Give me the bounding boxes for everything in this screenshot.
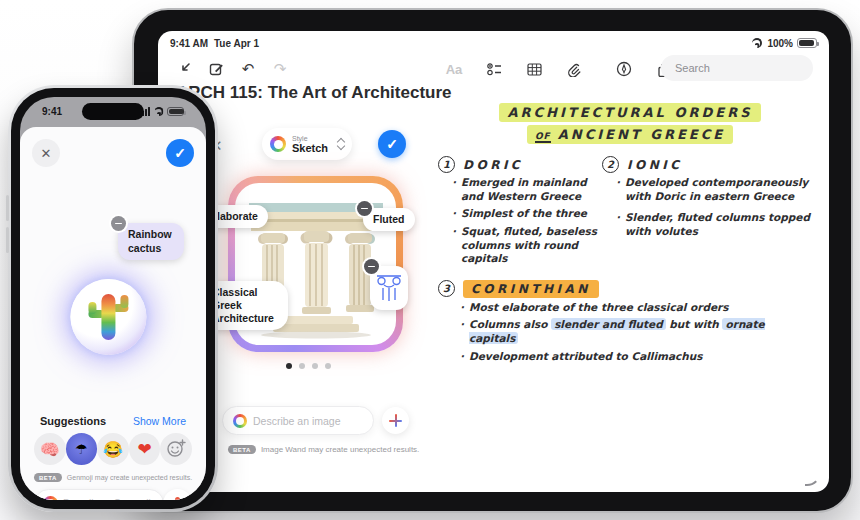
- ipad-status-bar: 9:41 AMTue Apr 1 100%: [170, 35, 817, 51]
- ipad-device: 9:41 AMTue Apr 1 100% ↶: [132, 8, 853, 513]
- notes-heading-2: OFANCIENT GREECE: [434, 127, 826, 142]
- brain-emoji[interactable]: 🧠: [34, 433, 66, 465]
- style-label: Style: [292, 135, 332, 142]
- plus-icon: [389, 414, 402, 427]
- iphone-screen: 9:41 ✕ ✓: [20, 97, 206, 500]
- remove-tag-icon[interactable]: [357, 201, 372, 216]
- section-doric: 1 DORIC ·Emerged in mainland and Western…: [434, 156, 602, 270]
- person-icon: [172, 497, 184, 500]
- volume-up-button: [6, 195, 9, 221]
- volume-down-button: [6, 227, 9, 253]
- status-time: 9:41 AM: [170, 38, 208, 49]
- status-date: Tue Apr 1: [214, 38, 259, 49]
- note-bullet: Emerged in mainland and Western Greece: [461, 176, 602, 203]
- notes-heading-1: ARCHITECTURAL ORDERS: [434, 105, 826, 120]
- checklist-icon[interactable]: [480, 56, 508, 82]
- undo-icon[interactable]: ↶: [234, 56, 262, 82]
- rainbow-cactus-genmoji: [88, 294, 128, 340]
- heart-emoji[interactable]: ❤: [129, 433, 161, 465]
- marketing-composite: 9:41 AMTue Apr 1 100% ↶: [0, 0, 860, 520]
- remove-tag-icon[interactable]: [364, 259, 379, 274]
- note-bullet: Columns also slender and fluted but with…: [469, 318, 798, 345]
- genmoji-bubble: [70, 279, 146, 355]
- suggestion-emojis: 🧠 ☂ 😂 ❤: [34, 433, 192, 465]
- note-bullet: Simplest of the three: [461, 207, 587, 221]
- image-wand-beta-note: BETA Image Wand may create unexpected re…: [228, 445, 419, 454]
- tag-capital-sketch[interactable]: [370, 266, 408, 310]
- column-capital-sketch-icon: [375, 272, 403, 304]
- chevron-up-down-icon: [338, 139, 344, 149]
- describe-image-field[interactable]: [222, 406, 374, 435]
- battery-percent: 100%: [767, 38, 793, 49]
- circled-number: 1: [438, 156, 455, 173]
- iphone-device: 9:41 ✕ ✓: [8, 85, 218, 512]
- search-field[interactable]: [661, 55, 813, 81]
- battery-icon: [797, 38, 817, 48]
- beta-text: Image Wand may create unexpected results…: [261, 445, 419, 454]
- accept-genmoji-button[interactable]: ✓: [166, 139, 194, 167]
- new-genmoji-icon[interactable]: [160, 433, 192, 465]
- tag-rainbow-cactus[interactable]: Rainbow cactus: [118, 223, 184, 260]
- tag-fluted-label: Fluted: [373, 213, 405, 225]
- section-title: DORIC: [463, 158, 523, 172]
- beta-badge: BETA: [228, 445, 256, 454]
- genmoji-sheet: ✕ ✓ Rainbow cactus: [20, 127, 206, 500]
- battery-icon: [167, 107, 184, 116]
- wifi-icon: [750, 38, 763, 48]
- show-more-link[interactable]: Show More: [133, 415, 186, 427]
- status-time-date: 9:41 AMTue Apr 1: [170, 38, 265, 49]
- note-title: ARCH 115: The Art of Architecture: [176, 83, 452, 103]
- section-corinthian: 3 CORINTHIAN ·Most elaborate of the thre…: [434, 280, 826, 364]
- beta-badge: BETA: [34, 473, 62, 482]
- notes-toolbar: ↶ ↷ Aa: [168, 53, 819, 85]
- ipad-screen: 9:41 AMTue Apr 1 100% ↶: [158, 31, 829, 492]
- describe-genmoji-input[interactable]: [63, 498, 155, 500]
- joy-emoji[interactable]: 😂: [97, 433, 129, 465]
- personalize-button[interactable]: [163, 489, 192, 500]
- handwritten-notes: ARCHITECTURAL ORDERS OFANCIENT GREECE 1 …: [434, 105, 826, 367]
- tag-fluted[interactable]: Fluted: [363, 208, 415, 231]
- search-input[interactable]: [675, 62, 817, 74]
- note-bullet: Squat, fluted, baseless columns with rou…: [461, 225, 602, 266]
- markup-pen-icon[interactable]: [610, 56, 638, 82]
- section-title: CORINTHIAN: [463, 280, 599, 298]
- redo-icon[interactable]: ↷: [266, 56, 294, 82]
- dynamic-island: [82, 103, 144, 120]
- tag-label: Rainbow cactus: [128, 228, 172, 254]
- status-time: 9:41: [42, 106, 62, 117]
- collapse-icon[interactable]: [170, 56, 198, 82]
- section-title: IONIC: [627, 158, 682, 172]
- close-button[interactable]: ✕: [32, 139, 60, 167]
- add-image-button[interactable]: [382, 407, 409, 434]
- genmoji-icon: [43, 496, 58, 500]
- note-bullet: Development attributed to Callimachus: [469, 350, 702, 364]
- describe-genmoji-field[interactable]: [34, 489, 164, 500]
- accept-image-button[interactable]: ✓: [378, 130, 406, 158]
- page-dots[interactable]: [286, 363, 331, 369]
- circled-number: 3: [438, 280, 455, 297]
- note-bullet: Most elaborate of the three classical or…: [469, 301, 729, 315]
- apple-intelligence-icon: [270, 136, 286, 152]
- note-bullet: Slender, fluted columns topped with volu…: [625, 211, 816, 238]
- note-bullet: Developed contemporaneously with Doric i…: [625, 176, 816, 203]
- circled-number: 2: [602, 156, 619, 173]
- attachment-icon[interactable]: [560, 56, 588, 82]
- section-ionic: 2 IONIC ·Developed contemporaneously wit…: [602, 156, 816, 270]
- compose-icon[interactable]: [202, 56, 230, 82]
- wifi-icon: [153, 107, 164, 116]
- image-wand-icon: [233, 414, 247, 428]
- beta-text: Genmoji may create unexpected results.: [67, 474, 192, 481]
- umbrella-genmoji[interactable]: ☂: [66, 433, 98, 465]
- genmoji-preview: Rainbow cactus: [20, 187, 206, 407]
- page-curl: [805, 470, 821, 486]
- suggestions-title: Suggestions: [40, 415, 106, 427]
- text-format-icon[interactable]: Aa: [440, 56, 468, 82]
- describe-image-input[interactable]: [253, 415, 388, 427]
- remove-tag-icon[interactable]: [111, 216, 126, 231]
- genmoji-beta-note: BETA Genmoji may create unexpected resul…: [20, 473, 206, 482]
- table-icon[interactable]: [520, 56, 548, 82]
- style-picker[interactable]: Style Sketch: [262, 128, 352, 160]
- style-value: Sketch: [292, 143, 332, 154]
